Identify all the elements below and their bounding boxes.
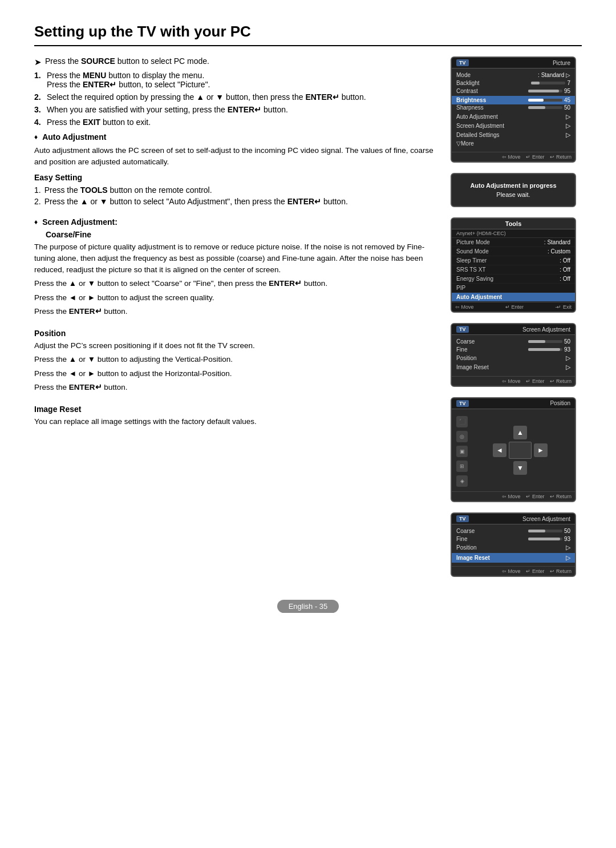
tv-row-auto-adj: Auto Adjustment ▷ <box>456 113 570 120</box>
intro-step-4: 4. Press the EXIT button to exit. <box>34 118 433 127</box>
tv-detailed-label: Detailed Settings <box>456 132 500 138</box>
pos-up-arrow[interactable]: ▲ <box>513 426 527 439</box>
footer-move-5: ⇦ Move <box>502 568 521 574</box>
tv-coarse-label: Coarse <box>456 338 496 345</box>
step-num-4: 4. <box>34 118 43 127</box>
footer-return-5: ↩ Return <box>550 568 572 574</box>
tv-position-title: Position <box>550 400 570 407</box>
pos-mid-row: ◄ ► <box>493 442 548 459</box>
tv-row-coarse-2: Coarse 50 <box>456 528 570 534</box>
arrow-intro: ➤ Press the SOURCE button to select PC m… <box>34 56 433 67</box>
intro-step-1: 1. Press the MENU button to display the … <box>34 71 433 89</box>
step-num-1: 1. <box>34 71 43 89</box>
tv-label-1: TV <box>456 59 469 66</box>
tv-panel-screen-adj-header: TV Screen Adjustment <box>452 324 575 335</box>
tools-picture-mode-value: : Standard <box>544 239 570 245</box>
tv-panel-position-footer: ⇦ Move ↵ Enter ↩ Return <box>452 491 575 501</box>
easy-steps-list: 1. Press the TOOLS button on the remote … <box>34 185 433 206</box>
position-icons: ⬛ ◎ ▣ ⊞ ◈ <box>456 414 468 487</box>
tv-panel-screen-adj-body: Coarse 50 Fine 93 Position ▷ <box>452 335 575 376</box>
tv-fine-value: 93 <box>564 346 570 353</box>
tv-mode-value: : Standard ▷ <box>538 72 570 78</box>
tv-row-sharpness: Sharpness 50 <box>456 104 570 111</box>
intro-step-3: 3. When you are satisfied with your sett… <box>34 105 433 114</box>
tv-panel-picture-header: TV Picture <box>452 58 575 68</box>
tv-row-screen-adj: Screen Adjustment ▷ <box>456 122 570 130</box>
tv-panel-screen-adj: TV Screen Adjustment Coarse 50 Fine 93 <box>451 323 576 387</box>
tv-row-mode: Mode : Standard ▷ <box>456 72 570 78</box>
pos-up-row: ▲ <box>513 426 527 439</box>
tv-sharpness-bar: 50 <box>496 104 570 111</box>
left-column: ➤ Press the SOURCE button to select PC m… <box>34 56 433 439</box>
tv-contrast-bar: 95 <box>496 88 570 94</box>
tools-sound-mode-label: Sound Mode <box>456 248 489 255</box>
tv-screen-adj-label: Screen Adjustment <box>456 123 504 129</box>
tv-row-contrast: Contrast 95 <box>456 88 570 94</box>
auto-adj-progress-title: Auto Adjustment in progress <box>457 182 569 189</box>
auto-adj-progress-subtitle: Please wait. <box>457 191 569 198</box>
position-body4: Press the ENTER↵ button. <box>34 382 433 393</box>
tv-screen-adj-title: Screen Adjustment <box>522 326 570 333</box>
tools-row-sleep-timer: Sleep Timer : Off <box>452 256 575 265</box>
tools-footer: ⇦ Move ↵ Enter -↵ Exit <box>452 302 575 312</box>
tv-sharpness-bar-track <box>528 106 562 109</box>
footer-return-3: ↩ Return <box>550 378 572 384</box>
tv-brightness-label: Brightness <box>456 97 496 103</box>
section-image-reset: Image Reset You can replace all image se… <box>34 405 433 427</box>
easy-step-text-1: Press the TOOLS button on the remote con… <box>44 185 212 195</box>
position-arrow-2: ▷ <box>566 544 570 551</box>
easy-setting-block: Easy Setting 1. Press the TOOLS button o… <box>34 173 433 206</box>
tools-auto-adj-label: Auto Adjustment <box>456 294 502 300</box>
auto-adj-arrow: ▷ <box>566 113 570 120</box>
page-title: Setting up the TV with your PC <box>34 23 582 46</box>
tv-fine-label: Fine <box>456 346 496 353</box>
detailed-arrow: ▷ <box>566 131 570 139</box>
image-reset-body: You can replace all image settings with … <box>34 416 433 427</box>
pos-down-arrow[interactable]: ▼ <box>513 461 527 475</box>
tv-panel-image-reset-footer: ⇦ Move ↵ Enter ↩ Return <box>452 566 575 576</box>
pos-right-arrow[interactable]: ► <box>534 443 548 457</box>
tv-row-image-reset: Image Reset ▷ <box>456 364 570 371</box>
tv-panel-position: TV Position ⬛ ◎ ▣ ⊞ ◈ ▲ ◄ <box>451 397 576 502</box>
tools-energy-value: : Off <box>560 276 570 282</box>
tools-footer-move: ⇦ Move <box>455 304 474 310</box>
tv-row-position-2: Position ▷ <box>456 544 570 551</box>
tv-brightness-bar-track <box>528 99 562 102</box>
tv-backlight-bar-track <box>531 82 565 84</box>
auto-adjustment-title: ♦ Auto Adjustment <box>34 132 433 142</box>
easy-step-text-2: Press the ▲ or ▼ button to select "Auto … <box>44 197 348 206</box>
screen-adj-arrow: ▷ <box>566 122 570 130</box>
tools-picture-mode-label: Picture Mode <box>456 239 490 245</box>
tools-pip-label: PIP <box>456 285 465 291</box>
footer-enter-5: ↵ Enter <box>526 568 544 574</box>
pos-icon-2: ◎ <box>456 431 468 442</box>
pos-icon-1: ⬛ <box>456 416 468 427</box>
tools-sub: Anynet+ (HDMI-CEC) <box>452 229 575 238</box>
tools-sound-mode-value: : Custom <box>548 248 570 255</box>
screen-adjustment-subtitle: Coarse/Fine <box>46 230 433 239</box>
tools-row-auto-adj-highlighted: Auto Adjustment <box>452 293 575 302</box>
easy-step-num-2: 2. <box>34 197 41 206</box>
auto-adjustment-body: Auto adjustment allows the PC screen of … <box>34 145 433 168</box>
pos-left-arrow[interactable]: ◄ <box>493 443 506 457</box>
tv-panel-image-reset-body: Coarse 50 Fine 93 Position ▷ <box>452 524 575 566</box>
easy-step-2: 2. Press the ▲ or ▼ button to select "Au… <box>34 197 433 206</box>
position-arrow: ▷ <box>566 354 570 362</box>
step-num-2: 2. <box>34 92 43 102</box>
tools-footer-enter: ↵ Enter <box>505 304 524 310</box>
main-layout: ➤ Press the SOURCE button to select PC m… <box>34 56 582 577</box>
tv-row-detailed: Detailed Settings ▷ <box>456 131 570 139</box>
tv-label-5: TV <box>456 515 469 522</box>
tv-row-fine-2: Fine 93 <box>456 536 570 542</box>
tv-image-reset-label-hl: Image Reset <box>456 555 496 561</box>
tools-footer-exit: -↵ Exit <box>555 304 572 310</box>
tools-row-pip: PIP <box>452 284 575 293</box>
pos-icon-4: ⊞ <box>456 461 468 472</box>
tv-row-brightness: Brightness 45 <box>452 96 575 104</box>
tv-backlight-value: 7 <box>567 80 570 86</box>
tv-coarse-bar-2: 50 <box>496 528 570 534</box>
pos-center-box <box>509 442 532 459</box>
tools-sleep-timer-label: Sleep Timer <box>456 257 487 264</box>
step-text-2: Select the required option by pressing t… <box>47 92 366 102</box>
position-body3: Press the ◄ or ► button to adjust the Ho… <box>34 368 433 379</box>
